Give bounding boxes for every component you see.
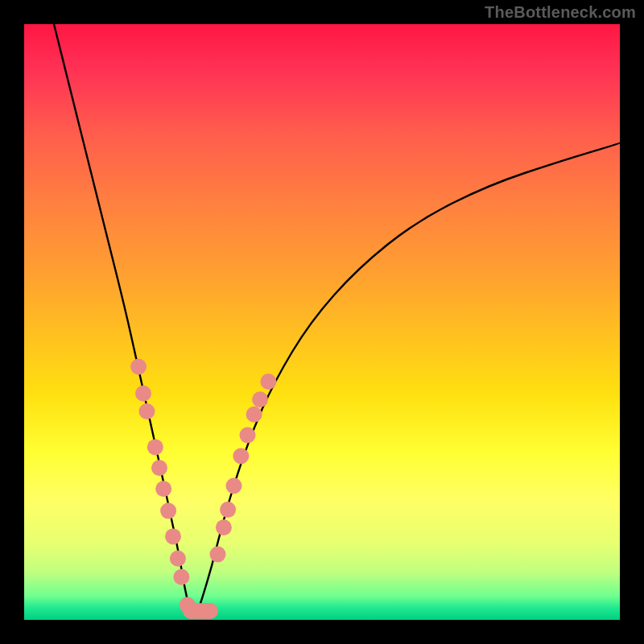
data-marker xyxy=(233,448,249,464)
data-marker xyxy=(151,460,167,476)
data-marker xyxy=(210,547,226,563)
data-marker xyxy=(147,439,163,455)
data-marker xyxy=(155,481,171,497)
data-marker xyxy=(216,519,232,535)
data-marker xyxy=(225,478,242,494)
data-marker xyxy=(130,359,147,375)
data-marker xyxy=(135,386,151,402)
data-marker xyxy=(170,551,186,567)
data-marker xyxy=(252,391,268,407)
data-marker xyxy=(160,503,176,519)
chart-container: TheBottleneck.com xyxy=(0,0,644,644)
plot-area xyxy=(24,24,620,620)
data-marker xyxy=(138,403,155,419)
data-marker xyxy=(220,502,236,518)
data-markers xyxy=(130,359,276,619)
data-marker xyxy=(240,427,256,444)
data-marker xyxy=(246,407,262,423)
data-marker xyxy=(260,374,276,390)
data-marker xyxy=(165,528,181,544)
data-marker xyxy=(173,569,189,585)
bottleneck-curve xyxy=(54,24,620,614)
chart-svg xyxy=(24,24,620,620)
watermark-text: TheBottleneck.com xyxy=(485,3,636,22)
data-marker xyxy=(202,603,218,619)
